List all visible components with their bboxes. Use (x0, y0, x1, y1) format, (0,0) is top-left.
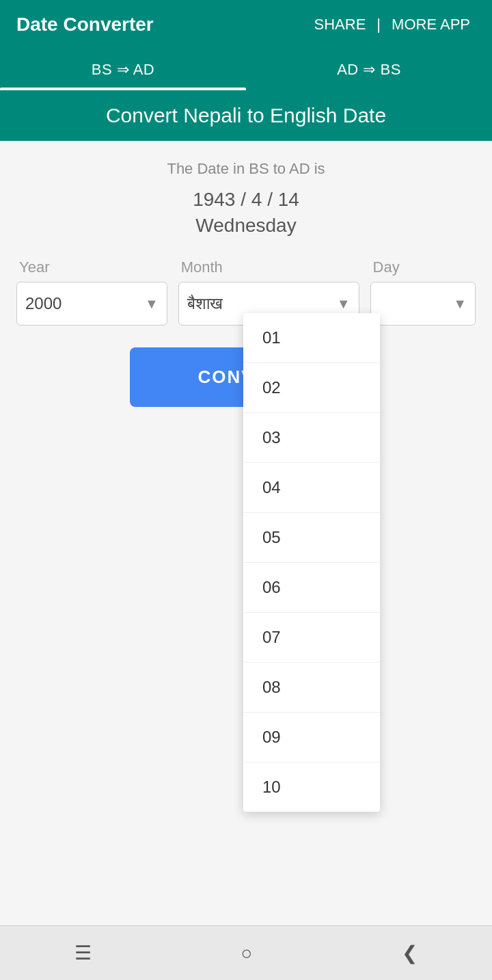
tab-bs-to-ad[interactable]: BS ⇒ AD (0, 49, 246, 90)
nav-menu-button[interactable]: ☰ (53, 933, 113, 972)
day-option-02[interactable]: 02 (243, 363, 380, 413)
day-arrow-icon: ▼ (453, 296, 467, 312)
day-option-06[interactable]: 06 (243, 563, 380, 613)
day-option-09[interactable]: 09 (243, 713, 380, 763)
result-subtitle: The Date in BS to AD is (16, 160, 476, 178)
main-content: The Date in BS to AD is 1943 / 4 / 14 We… (0, 141, 492, 925)
back-icon: ❮ (402, 942, 418, 964)
day-option-03[interactable]: 03 (243, 413, 380, 463)
month-arrow-icon: ▼ (337, 296, 351, 312)
result-day: Wednesday (16, 215, 476, 237)
more-app-button[interactable]: MORE APP (386, 13, 476, 36)
tabs-container: BS ⇒ AD AD ⇒ BS (0, 49, 492, 90)
top-bar-actions: SHARE | MORE APP (309, 13, 476, 36)
year-value: 2000 (25, 294, 139, 313)
year-arrow-icon: ▼ (145, 296, 159, 312)
result-date: 1943 / 4 / 14 (16, 189, 476, 211)
form-row: Year 2000 ▼ Month बैशाख ▼ Day ▼ 01 02 (16, 259, 476, 326)
month-value: बैशाख (187, 294, 331, 313)
day-option-07[interactable]: 07 (243, 613, 380, 663)
year-select[interactable]: 2000 ▼ (16, 282, 167, 326)
day-option-04[interactable]: 04 (243, 463, 380, 513)
banner: Convert Nepali to English Date (0, 90, 492, 141)
share-button[interactable]: SHARE (309, 13, 372, 36)
day-label: Day (370, 259, 476, 276)
day-option-01[interactable]: 01 (243, 313, 380, 363)
home-icon: ○ (241, 942, 253, 964)
divider: | (377, 16, 381, 34)
menu-icon: ☰ (74, 942, 92, 964)
day-option-08[interactable]: 08 (243, 663, 380, 713)
day-field-group: Day ▼ (370, 259, 476, 326)
bottom-nav: ☰ ○ ❮ (0, 925, 492, 980)
banner-text: Convert Nepali to English Date (106, 104, 386, 127)
top-bar: Date Converter SHARE | MORE APP (0, 0, 492, 49)
month-label: Month (178, 259, 359, 276)
nav-back-button[interactable]: ❮ (380, 933, 439, 972)
day-option-10[interactable]: 10 (243, 763, 380, 812)
nav-home-button[interactable]: ○ (219, 934, 275, 972)
year-field-group: Year 2000 ▼ (16, 259, 167, 326)
tab-ad-to-bs[interactable]: AD ⇒ BS (246, 49, 492, 90)
day-dropdown: 01 02 03 04 05 06 07 08 09 10 (243, 313, 380, 812)
app-title: Date Converter (16, 14, 154, 36)
year-label: Year (16, 259, 167, 276)
day-option-05[interactable]: 05 (243, 513, 380, 563)
day-select[interactable]: ▼ (370, 282, 476, 326)
